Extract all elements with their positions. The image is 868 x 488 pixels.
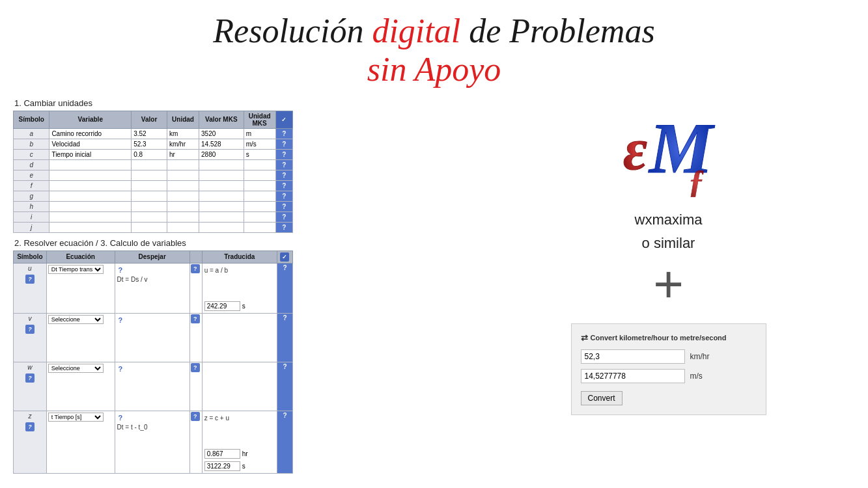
mksunit-cell[interactable] <box>244 139 275 149</box>
mks-cell[interactable] <box>199 149 244 159</box>
eq-icon-cell[interactable]: ? <box>277 263 292 313</box>
converter-input2[interactable] <box>581 369 685 383</box>
mks-cell[interactable] <box>199 211 244 222</box>
title-line1: Resolución digital de Problemas <box>0 12 868 51</box>
convert-button[interactable]: Convert <box>581 391 623 405</box>
icon-cell[interactable]: ? <box>275 159 292 170</box>
icon-cell[interactable]: ? <box>275 170 292 180</box>
help-icon[interactable]: ? <box>25 422 35 431</box>
icon-cell[interactable]: ? <box>275 201 292 211</box>
icon-cell[interactable]: ? <box>275 222 292 232</box>
mksunit-cell[interactable] <box>244 180 275 191</box>
valor-cell[interactable] <box>132 149 167 159</box>
valor-cell[interactable] <box>132 128 167 139</box>
eq-icon-cell[interactable]: ? <box>277 313 292 362</box>
valor-cell[interactable] <box>132 201 167 211</box>
equation-select[interactable]: Dt Tiempo transcurrido [s] <box>48 265 104 274</box>
unidad-cell[interactable] <box>167 180 199 191</box>
icon-cell[interactable]: ? <box>275 191 292 201</box>
mks-cell[interactable] <box>199 191 244 201</box>
eq-sym-cell: u ? <box>14 263 47 313</box>
plus-sign: + <box>653 258 684 310</box>
help-icon[interactable]: ? <box>25 275 35 284</box>
variable-cell[interactable] <box>49 139 132 149</box>
desp-help[interactable]: ? <box>119 316 123 324</box>
variable-cell[interactable] <box>49 159 132 170</box>
mksunit-cell[interactable] <box>244 201 275 211</box>
q-icon[interactable]: ? <box>191 412 200 421</box>
mks-cell[interactable] <box>199 170 244 180</box>
valor-cell[interactable] <box>132 159 167 170</box>
q-icon[interactable]: ? <box>191 363 200 372</box>
q-icon[interactable]: ? <box>191 314 200 323</box>
eq-q-cell[interactable]: ? <box>189 263 202 313</box>
mksunit-cell[interactable] <box>244 149 275 159</box>
unidad-cell[interactable] <box>167 222 199 232</box>
trad-formula: z = c + u <box>204 414 275 422</box>
mks-cell[interactable] <box>199 139 244 149</box>
eq-col-symbol: Símbolo <box>14 251 47 263</box>
mksunit-cell[interactable] <box>244 191 275 201</box>
help-icon[interactable]: ? <box>25 325 35 334</box>
unidad-cell[interactable] <box>167 201 199 211</box>
unidad-cell[interactable] <box>167 149 199 159</box>
mksunit-cell[interactable] <box>244 211 275 222</box>
eq-icon-cell[interactable]: ? <box>277 411 292 473</box>
unidad-cell[interactable] <box>167 170 199 180</box>
valor-cell[interactable] <box>132 211 167 222</box>
desp-help[interactable]: ? <box>119 266 123 274</box>
icon-cell[interactable]: ? <box>275 128 292 139</box>
unidad-cell[interactable] <box>167 211 199 222</box>
icon-cell[interactable]: ? <box>275 149 292 159</box>
variable-cell[interactable] <box>49 191 132 201</box>
equation-select[interactable]: Seleccione <box>48 364 104 373</box>
desp-help[interactable]: ? <box>119 365 123 373</box>
converter-input1[interactable] <box>581 349 685 364</box>
mksunit-cell[interactable] <box>244 170 275 180</box>
logo-text1: wxmaxima <box>635 211 703 228</box>
icon-cell[interactable]: ? <box>275 139 292 149</box>
unidad-cell[interactable] <box>167 159 199 170</box>
mks-cell[interactable] <box>199 159 244 170</box>
variable-cell[interactable] <box>49 211 132 222</box>
equation-table: Símbolo Ecuación Despejar Traducida ✓ u … <box>13 251 293 474</box>
eq-col-equation: Ecuación <box>46 251 115 263</box>
help-icon[interactable]: ? <box>25 373 35 383</box>
valor-cell[interactable] <box>132 170 167 180</box>
equation-select[interactable]: Seleccione <box>48 315 104 324</box>
result-input[interactable] <box>204 449 240 459</box>
eq-icon-cell[interactable]: ? <box>277 362 292 411</box>
q-icon[interactable]: ? <box>191 264 200 273</box>
variable-cell[interactable] <box>49 170 132 180</box>
eq-q-cell[interactable]: ? <box>189 313 202 362</box>
variable-cell[interactable] <box>49 149 132 159</box>
valor-cell[interactable] <box>132 139 167 149</box>
eq-q-cell[interactable]: ? <box>189 411 202 473</box>
mks-cell[interactable] <box>199 128 244 139</box>
valor-cell[interactable] <box>132 180 167 191</box>
converter-row2: m/s <box>581 369 754 383</box>
mks-cell[interactable] <box>199 201 244 211</box>
mksunit-cell[interactable] <box>244 159 275 170</box>
result-input[interactable] <box>204 301 240 311</box>
unidad-cell[interactable] <box>167 128 199 139</box>
equation-select[interactable]: t Tiempo [s] <box>48 413 104 422</box>
valor-cell[interactable] <box>132 191 167 201</box>
variable-cell[interactable] <box>49 201 132 211</box>
unidad-cell[interactable] <box>167 191 199 201</box>
icon-cell[interactable]: ? <box>275 180 292 191</box>
valor-cell[interactable] <box>132 222 167 232</box>
variable-cell[interactable] <box>49 128 132 139</box>
mks-cell[interactable] <box>199 180 244 191</box>
mksunit-cell[interactable] <box>244 128 275 139</box>
converter-title-text: Convert kilometre/hour to metre/second <box>591 334 727 342</box>
desp-help[interactable]: ? <box>119 414 123 422</box>
variable-cell[interactable] <box>49 222 132 232</box>
unidad-cell[interactable] <box>167 139 199 149</box>
icon-cell[interactable]: ? <box>275 211 292 222</box>
result-input2[interactable] <box>204 461 240 471</box>
variable-cell[interactable] <box>49 180 132 191</box>
mksunit-cell[interactable] <box>244 222 275 232</box>
eq-q-cell[interactable]: ? <box>189 362 202 411</box>
mks-cell[interactable] <box>199 222 244 232</box>
